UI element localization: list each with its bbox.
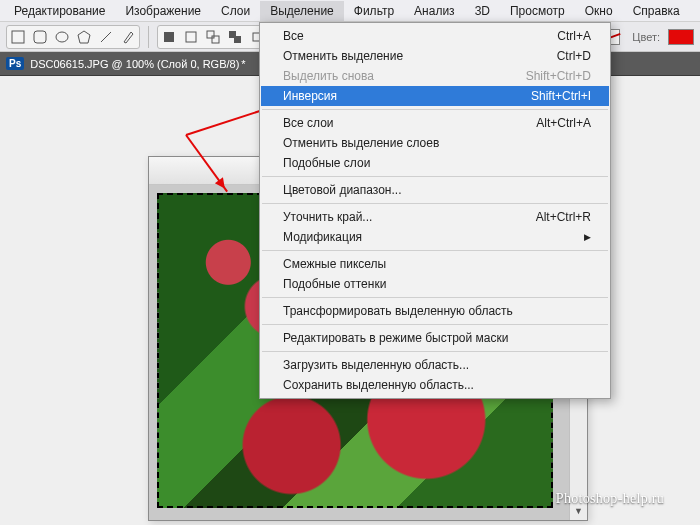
- menu-separator: [262, 297, 608, 298]
- selection-menu-dropdown: ВсеCtrl+AОтменить выделениеCtrl+DВыделит…: [259, 22, 611, 399]
- svg-rect-7: [207, 31, 214, 38]
- menu-item[interactable]: Смежные пикселы: [261, 254, 609, 274]
- menu-item-shortcut: Alt+Ctrl+A: [536, 116, 591, 130]
- menu-item-label: Отменить выделение слоев: [283, 136, 439, 150]
- menu-item[interactable]: Отменить выделение слоев: [261, 133, 609, 153]
- menu-separator: [262, 176, 608, 177]
- menubar-item[interactable]: Фильтр: [344, 1, 404, 21]
- menu-item-label: Модификация: [283, 230, 362, 244]
- svg-point-2: [56, 32, 68, 42]
- menubar-item[interactable]: Слои: [211, 1, 260, 21]
- menu-item-label: Сохранить выделенную область...: [283, 378, 474, 392]
- menu-item-label: Выделить снова: [283, 69, 374, 83]
- menu-item-label: Все: [283, 29, 304, 43]
- document-title: DSC06615.JPG @ 100% (Слой 0, RGB/8): [30, 58, 239, 70]
- menu-item-label: Смежные пикселы: [283, 257, 386, 271]
- mode-d-icon[interactable]: [225, 27, 245, 47]
- ps-badge-icon: Ps: [6, 57, 24, 70]
- menu-item-shortcut: Ctrl+A: [557, 29, 591, 43]
- submenu-arrow-icon: ▶: [574, 232, 591, 242]
- menu-item-shortcut: Shift+Ctrl+D: [526, 69, 591, 83]
- menubar-item[interactable]: Окно: [575, 1, 623, 21]
- menu-item[interactable]: Подобные оттенки: [261, 274, 609, 294]
- menu-item-shortcut: Ctrl+D: [557, 49, 591, 63]
- menu-item[interactable]: ВсеCtrl+A: [261, 26, 609, 46]
- menubar-item[interactable]: 3D: [465, 1, 500, 21]
- rect-tool-icon[interactable]: [8, 27, 28, 47]
- shape-tool-group[interactable]: [6, 25, 140, 49]
- menu-item-label: Цветовой диапазон...: [283, 183, 401, 197]
- menu-separator: [262, 250, 608, 251]
- menu-separator: [262, 109, 608, 110]
- menu-item-label: Инверсия: [283, 89, 337, 103]
- toolbar-separator: [148, 26, 149, 48]
- polygon-tool-icon[interactable]: [74, 27, 94, 47]
- mode-a-icon[interactable]: [159, 27, 179, 47]
- roundrect-tool-icon[interactable]: [30, 27, 50, 47]
- menubar-item[interactable]: Выделение: [260, 1, 344, 21]
- line-tool-icon[interactable]: [96, 27, 116, 47]
- menu-item-label: Подобные оттенки: [283, 277, 386, 291]
- color-swatch[interactable]: [668, 29, 694, 45]
- path-mode-group[interactable]: [157, 25, 269, 49]
- mode-c-icon[interactable]: [203, 27, 223, 47]
- menubar-item[interactable]: Просмотр: [500, 1, 575, 21]
- menu-item-shortcut: Shift+Ctrl+I: [531, 89, 591, 103]
- menu-item[interactable]: Все слоиAlt+Ctrl+A: [261, 113, 609, 133]
- svg-rect-1: [34, 31, 46, 43]
- svg-rect-5: [164, 32, 174, 42]
- menu-item[interactable]: Модификация▶: [261, 227, 609, 247]
- mode-b-icon[interactable]: [181, 27, 201, 47]
- menu-item-label: Загрузить выделенную область...: [283, 358, 469, 372]
- menu-item[interactable]: Загрузить выделенную область...: [261, 355, 609, 375]
- menu-item[interactable]: Уточнить край...Alt+Ctrl+R: [261, 207, 609, 227]
- menu-item-label: Редактировать в режиме быстрой маски: [283, 331, 508, 345]
- menubar-item[interactable]: Изображение: [115, 1, 211, 21]
- modified-marker: *: [241, 58, 245, 70]
- svg-rect-10: [234, 36, 241, 43]
- menu-item-label: Отменить выделение: [283, 49, 403, 63]
- svg-line-4: [101, 32, 111, 42]
- menubar: РедактированиеИзображениеСлоиВыделениеФи…: [0, 0, 700, 22]
- menu-item[interactable]: Трансформировать выделенную область: [261, 301, 609, 321]
- menu-item[interactable]: Цветовой диапазон...: [261, 180, 609, 200]
- menu-item-label: Трансформировать выделенную область: [283, 304, 513, 318]
- menubar-item[interactable]: Справка: [623, 1, 690, 21]
- ellipse-tool-icon[interactable]: [52, 27, 72, 47]
- menu-separator: [262, 203, 608, 204]
- menu-item[interactable]: ИнверсияShift+Ctrl+I: [261, 86, 609, 106]
- menu-item: Выделить сноваShift+Ctrl+D: [261, 66, 609, 86]
- watermark: Photoshop-help.ru: [556, 491, 664, 507]
- menu-item-label: Уточнить край...: [283, 210, 372, 224]
- menu-item[interactable]: Редактировать в режиме быстрой маски: [261, 328, 609, 348]
- menu-item-shortcut: Alt+Ctrl+R: [536, 210, 591, 224]
- svg-rect-6: [186, 32, 196, 42]
- menu-item-label: Все слои: [283, 116, 334, 130]
- menu-item-label: Подобные слои: [283, 156, 370, 170]
- menu-item[interactable]: Отменить выделениеCtrl+D: [261, 46, 609, 66]
- menubar-item[interactable]: Редактирование: [4, 1, 115, 21]
- menu-separator: [262, 324, 608, 325]
- menubar-item[interactable]: Анализ: [404, 1, 465, 21]
- pen-tool-icon[interactable]: [118, 27, 138, 47]
- svg-rect-0: [12, 31, 24, 43]
- color-label: Цвет:: [632, 31, 660, 43]
- svg-marker-3: [78, 31, 90, 43]
- menu-item[interactable]: Сохранить выделенную область...: [261, 375, 609, 395]
- menu-separator: [262, 351, 608, 352]
- menu-item[interactable]: Подобные слои: [261, 153, 609, 173]
- svg-rect-8: [212, 36, 219, 43]
